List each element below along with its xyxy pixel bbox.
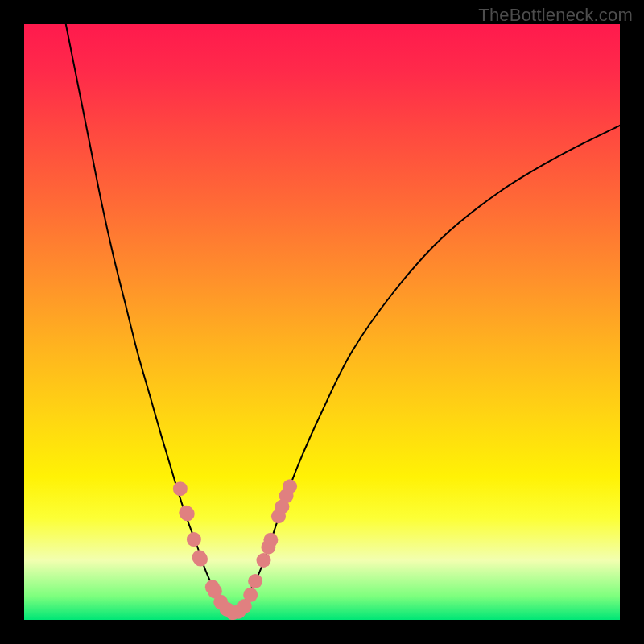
curve-right-branch [233, 126, 620, 613]
data-marker [187, 532, 201, 547]
data-marker [180, 506, 195, 521]
data-marker [248, 574, 262, 588]
data-marker [283, 479, 297, 493]
curve-left-branch [66, 24, 233, 613]
watermark-text: TheBottleneck.com [478, 5, 633, 26]
curve-layer [66, 24, 620, 613]
curves-svg [24, 24, 620, 620]
marker-layer [173, 479, 297, 620]
data-marker [243, 588, 258, 602]
data-marker [193, 552, 208, 567]
data-marker [173, 481, 188, 496]
data-marker [256, 553, 270, 568]
data-marker [263, 533, 278, 547]
plot-area [24, 24, 620, 620]
chart-frame: TheBottleneck.com [0, 0, 644, 644]
